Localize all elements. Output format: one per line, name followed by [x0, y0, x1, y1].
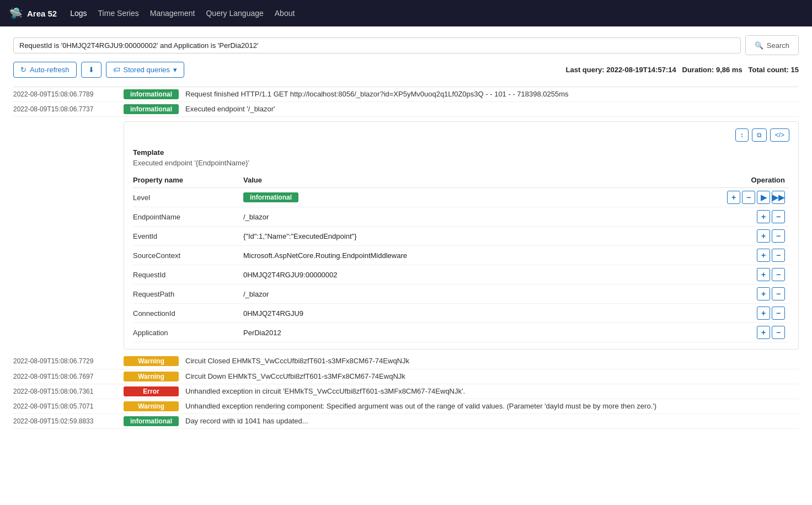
op-btn-group: +−▶▶▶: [723, 191, 785, 204]
log-row[interactable]: 2022-08-09T15:08:06.7361 Error Unhandled…: [13, 384, 799, 399]
detail-operations: +−: [723, 323, 789, 342]
op-button[interactable]: −: [772, 326, 785, 339]
op-button[interactable]: ▶: [757, 191, 770, 204]
log-level-badge: informational: [124, 416, 179, 426]
detail-operations: +−: [723, 246, 789, 265]
code-icon: </>: [775, 131, 784, 139]
log-level-badge: Warning: [124, 356, 179, 366]
stored-queries-button[interactable]: 🏷 Stored queries ▾: [106, 62, 185, 78]
sort-icon: ↕: [740, 131, 744, 139]
nav-item-querylanguage[interactable]: Query Language: [206, 9, 263, 18]
copy-icon: ⧉: [757, 131, 762, 139]
nav-item-management[interactable]: Management: [150, 9, 195, 18]
code-button[interactable]: </>: [770, 128, 789, 142]
op-button[interactable]: +: [757, 249, 770, 262]
op-button[interactable]: −: [772, 249, 785, 262]
col-value: Value: [243, 174, 723, 188]
log-row[interactable]: 2022-08-09T15:08:06.7729 Warning Circuit…: [13, 354, 799, 369]
log-row[interactable]: 2022-08-09T15:08:06.7789 informational R…: [13, 87, 799, 102]
detail-header-actions: ↕ ⧉ </>: [133, 128, 789, 142]
op-button[interactable]: +: [757, 268, 770, 281]
detail-value: PerDia2012: [243, 323, 723, 342]
search-icon: 🔍: [755, 41, 763, 50]
search-button[interactable]: 🔍 Search: [745, 35, 799, 55]
log-message: Circuit Closed EHMkTS_VwCccUfbi8zfT601-s…: [185, 356, 799, 366]
log-row[interactable]: 2022-08-09T15:08:06.7737 informational E…: [13, 102, 799, 117]
detail-operations: +−▶▶▶: [723, 188, 789, 207]
op-btn-group: +−: [723, 287, 785, 300]
search-input[interactable]: [19, 41, 735, 50]
op-button[interactable]: ▶▶: [772, 191, 785, 204]
brand-name: Area 52: [27, 9, 57, 18]
detail-operations: +−: [723, 207, 789, 227]
search-input-wrapper: [13, 37, 741, 53]
op-btn-group: +−: [723, 210, 785, 223]
detail-value: 0HMJQ2T4RGJU9:00000002: [243, 265, 723, 284]
auto-refresh-button[interactable]: ↻ Auto-refresh: [13, 62, 77, 78]
op-button[interactable]: −: [772, 229, 785, 243]
template-value: Executed endpoint '{EndpointName}': [133, 159, 789, 167]
detail-operations: +−: [723, 304, 789, 323]
nav-item-logs[interactable]: Logs: [70, 9, 87, 18]
log-message: Executed endpoint '/_blazor': [185, 104, 799, 114]
log-message: Request finished HTTP/1.1 GET http://loc…: [185, 89, 799, 99]
nav-item-about[interactable]: About: [275, 9, 295, 18]
copy-button[interactable]: ⧉: [752, 128, 767, 142]
log-level-badge: informational: [124, 89, 179, 99]
log-level-badge: Warning: [124, 401, 179, 411]
last-query-label: Last query:: [566, 66, 605, 74]
op-button[interactable]: −: [772, 268, 785, 281]
op-button[interactable]: −: [772, 210, 785, 223]
op-button[interactable]: −: [772, 287, 785, 300]
template-label: Template: [133, 148, 789, 157]
op-button[interactable]: +: [727, 191, 740, 204]
detail-operations: +−: [723, 227, 789, 246]
col-property: Property name: [133, 174, 243, 188]
level-badge: informational: [243, 192, 298, 202]
brand: 🛸 Area 52: [9, 7, 57, 20]
log-timestamp: 2022-08-09T15:08:06.7737: [13, 104, 124, 113]
log-message: Circuit Down EHMkTS_VwCccUfbi8zfT601-s3M…: [185, 372, 799, 382]
detail-property: ConnectionId: [133, 304, 243, 323]
tag-icon: 🏷: [113, 66, 120, 74]
toolbar-meta: Last query: 2022-08-19T14:57:14 Duration…: [566, 66, 799, 74]
op-button[interactable]: +: [757, 210, 770, 223]
op-button[interactable]: +: [757, 287, 770, 300]
log-timestamp: 2022-08-09T15:08:06.7361: [13, 386, 124, 395]
toolbar-row: ↻ Auto-refresh ⬇ 🏷 Stored queries ▾ Last…: [13, 62, 799, 78]
nav-links: Logs Time Series Management Query Langua…: [70, 9, 295, 18]
detail-table: Property name Value Operation Levelinfor…: [133, 174, 789, 342]
last-query-value: 2022-08-19T14:57:14: [606, 66, 676, 74]
log-row[interactable]: 2022-08-09T15:08:06.7697 Warning Circuit…: [13, 369, 799, 384]
detail-property: RequestId: [133, 265, 243, 284]
op-button[interactable]: +: [757, 307, 770, 320]
log-message: Unhandled exception in circuit 'EHMkTS_V…: [185, 386, 799, 396]
log-list: 2022-08-09T15:08:06.7789 informational R…: [13, 87, 799, 429]
detail-operations: +−: [723, 284, 789, 304]
op-button[interactable]: +: [757, 326, 770, 339]
log-timestamp: 2022-08-09T15:08:06.7729: [13, 356, 124, 365]
op-btn-group: +−: [723, 268, 785, 281]
auto-refresh-label: Auto-refresh: [30, 66, 70, 74]
op-btn-group: +−: [723, 229, 785, 243]
nav-item-timeseries[interactable]: Time Series: [98, 9, 139, 18]
search-button-label: Search: [767, 41, 789, 50]
detail-operations: +−: [723, 265, 789, 284]
detail-value: Microsoft.AspNetCore.Routing.EndpointMid…: [243, 246, 723, 265]
main-content: 🔍 Search ↻ Auto-refresh ⬇ 🏷 Stored queri…: [0, 26, 812, 505]
duration-value: 9,86 ms: [716, 66, 742, 74]
refresh-icon: ↻: [20, 66, 26, 74]
log-row[interactable]: 2022-08-09T15:02:59.8833 informational D…: [13, 414, 799, 429]
detail-property: SourceContext: [133, 246, 243, 265]
detail-property: RequestPath: [133, 284, 243, 304]
sort-button[interactable]: ↕: [735, 128, 749, 142]
download-button[interactable]: ⬇: [81, 62, 101, 78]
log-row[interactable]: 2022-08-09T15:08:05.7071 Warning Unhandl…: [13, 399, 799, 414]
log-detail-panel: ↕ ⧉ </> Template Executed endpoint '{End…: [124, 121, 799, 350]
op-button[interactable]: −: [772, 307, 785, 320]
op-button[interactable]: −: [742, 191, 755, 204]
detail-row: RequestPath/_blazor+−: [133, 284, 789, 304]
op-btn-group: +−: [723, 307, 785, 320]
detail-row: ApplicationPerDia2012+−: [133, 323, 789, 342]
op-button[interactable]: +: [757, 229, 770, 243]
